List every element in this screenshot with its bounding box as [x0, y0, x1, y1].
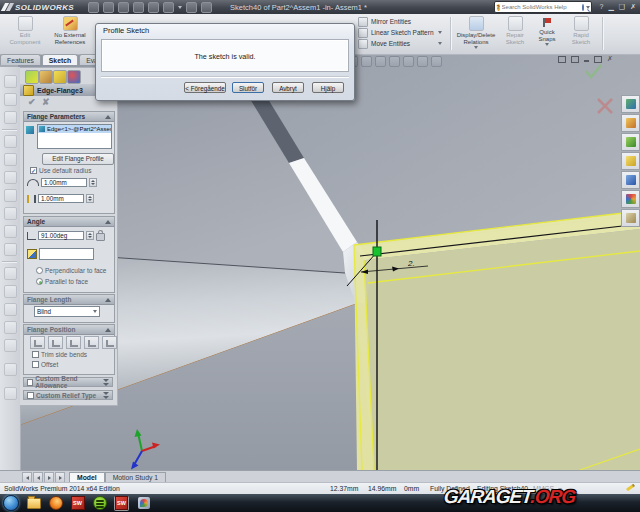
- move-caret-icon[interactable]: [438, 42, 442, 45]
- toolbar-icon[interactable]: [4, 93, 17, 106]
- gap-distance-spinner[interactable]: [86, 194, 94, 203]
- collapse-arrow-icon[interactable]: [105, 328, 111, 332]
- pm-tab-propertymanager-icon[interactable]: [25, 70, 39, 84]
- angle-spinner[interactable]: [86, 231, 94, 240]
- position-bend-from-virtual-sharp-button[interactable]: [84, 336, 99, 349]
- face-selection-box[interactable]: [39, 248, 94, 260]
- taskbar-spotify-button[interactable]: [92, 496, 107, 511]
- taskpane-custom-properties-button[interactable]: [621, 209, 640, 227]
- cancel-button[interactable]: Avbryt: [272, 82, 304, 93]
- custom-bend-allowance-checkbox[interactable]: [27, 379, 33, 386]
- toolbar-icon[interactable]: [4, 243, 17, 256]
- toolbar-icon[interactable]: [4, 303, 17, 316]
- expand-chevron-icon[interactable]: [103, 379, 109, 386]
- custom-bend-allowance-header[interactable]: Custom Bend Allowance: [23, 377, 113, 387]
- position-tangent-to-bend-button[interactable]: [102, 336, 117, 349]
- taskbar-paint-button[interactable]: [136, 496, 151, 511]
- pattern-caret-icon[interactable]: [438, 31, 442, 34]
- toolbar-icon[interactable]: [4, 285, 17, 298]
- quick-access-toolbar[interactable]: [88, 2, 212, 13]
- gap-distance-field[interactable]: 1.00mm: [38, 194, 84, 203]
- expand-chevron-icon[interactable]: [103, 392, 109, 399]
- toolbar-icon[interactable]: [4, 363, 17, 376]
- edit-component-button[interactable]: Edit Component: [4, 16, 46, 45]
- move-entities-button[interactable]: Move Entities: [358, 39, 442, 48]
- toolbar-icon[interactable]: [4, 111, 17, 124]
- collapse-arrow-icon[interactable]: [105, 220, 111, 224]
- length-type-dropdown[interactable]: Blind: [34, 306, 100, 317]
- taskbar-solidworks-button[interactable]: SW: [70, 496, 85, 511]
- toolbar-icon[interactable]: [4, 225, 17, 238]
- view-orientation-icon[interactable]: [389, 56, 400, 67]
- position-material-outside-button[interactable]: [48, 336, 63, 349]
- pm-tab-appearance-icon[interactable]: [39, 70, 53, 84]
- use-default-radius-checkbox[interactable]: ✓: [30, 167, 37, 174]
- toolbar-icon[interactable]: [4, 135, 17, 148]
- flange-length-header[interactable]: Flange Length: [24, 295, 114, 305]
- start-button[interactable]: [3, 495, 19, 511]
- angle-field[interactable]: 91.00deg: [38, 231, 84, 240]
- no-external-references-button[interactable]: No External References: [48, 16, 92, 45]
- taskbar-firefox-button[interactable]: [48, 496, 63, 511]
- bend-radius-spinner[interactable]: [89, 178, 97, 187]
- taskbar-solidworks-active-button[interactable]: SW: [114, 496, 129, 511]
- back-button[interactable]: < Föregående: [184, 82, 226, 93]
- toolbar-icon[interactable]: [4, 207, 17, 220]
- sketch-point-marker[interactable]: [373, 247, 381, 256]
- search-box[interactable]: ?: [494, 1, 592, 13]
- toolbar-icon[interactable]: [4, 75, 17, 88]
- document-window-controls[interactable]: ✗: [558, 55, 613, 63]
- edit-flange-profile-button[interactable]: Edit Flange Profile: [42, 153, 114, 165]
- tab-features[interactable]: Features: [0, 54, 41, 65]
- repair-sketch-button[interactable]: Repair Sketch: [500, 16, 530, 45]
- close-icon[interactable]: ✗: [630, 3, 636, 11]
- collapse-arrow-icon[interactable]: [105, 115, 111, 119]
- doc-restore-icon[interactable]: [594, 56, 602, 63]
- snaps-caret-icon[interactable]: [545, 43, 549, 46]
- open-document-icon[interactable]: [103, 2, 114, 13]
- perpendicular-radio[interactable]: [36, 267, 43, 274]
- parallel-radio[interactable]: [36, 278, 43, 285]
- toolbar-icon[interactable]: [4, 339, 17, 352]
- toolbar-caret-icon[interactable]: [178, 6, 182, 9]
- section-view-icon[interactable]: [375, 56, 386, 67]
- previous-view-icon[interactable]: [361, 56, 372, 67]
- display-style-icon[interactable]: [403, 56, 414, 67]
- save-icon[interactable]: [118, 2, 129, 13]
- flange-parameters-header[interactable]: Flange Parameters: [24, 112, 114, 122]
- display-delete-relations-button[interactable]: Display/Delete Relations: [455, 16, 497, 49]
- pm-tab-displaymanager-icon[interactable]: [67, 70, 81, 84]
- edge-selection-listbox[interactable]: Edge<1>-@Part2^Assem1: [37, 124, 112, 149]
- taskpane-scenes-button[interactable]: [621, 190, 640, 208]
- toolbar-icon[interactable]: [4, 321, 17, 334]
- new-document-icon[interactable]: [88, 2, 99, 13]
- pm-tab-configuration-icon[interactable]: [53, 70, 67, 84]
- position-material-inside-button[interactable]: [30, 336, 45, 349]
- search-input[interactable]: [502, 4, 580, 10]
- lock-icon[interactable]: [96, 233, 105, 241]
- toolbar-icon[interactable]: [4, 267, 17, 280]
- help-button[interactable]: Hjälp: [312, 82, 344, 93]
- selected-edge-item[interactable]: Edge<1>-@Part2^Assem1: [38, 125, 111, 133]
- flange-position-header[interactable]: Flange Position: [24, 325, 114, 335]
- select-arrow-icon[interactable]: [163, 2, 174, 13]
- angle-header[interactable]: Angle: [24, 217, 114, 227]
- doc-close-icon[interactable]: ✗: [607, 55, 613, 63]
- minimize-icon[interactable]: ▁: [608, 3, 613, 11]
- ok-check-icon[interactable]: ✔: [28, 97, 36, 107]
- doc-minimize-icon[interactable]: [584, 60, 589, 62]
- sketch-icon[interactable]: [186, 2, 197, 13]
- trim-side-bends-checkbox[interactable]: [32, 351, 39, 358]
- mirror-entities-button[interactable]: Mirror Entities: [358, 17, 411, 26]
- relations-caret-icon[interactable]: [474, 46, 478, 49]
- restore-icon[interactable]: ❑: [619, 3, 625, 11]
- undo-icon[interactable]: [148, 2, 159, 13]
- collapse-arrow-icon[interactable]: [105, 298, 111, 302]
- toolbar-icon[interactable]: [4, 171, 17, 184]
- taskpane-file-explorer-button[interactable]: [621, 133, 640, 151]
- taskpane-appearances-button[interactable]: [621, 171, 640, 189]
- search-icon[interactable]: [582, 4, 584, 11]
- view-settings-icon[interactable]: [431, 56, 442, 67]
- linear-sketch-pattern-button[interactable]: Linear Sketch Pattern: [358, 28, 442, 37]
- rapid-sketch-button[interactable]: Rapid Sketch: [566, 16, 596, 45]
